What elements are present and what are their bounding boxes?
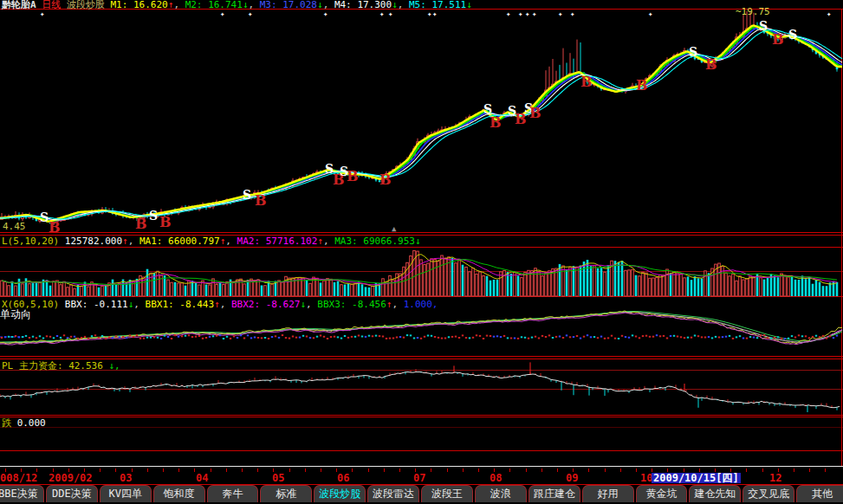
separator: , [173, 0, 185, 10]
date-tick [115, 468, 116, 472]
event-diamond-icon: ✦ [648, 10, 653, 18]
tab-标准[interactable]: 标准 [260, 485, 312, 502]
indicator-value: 66000.797 [168, 236, 220, 247]
buy-marker: B [159, 214, 172, 230]
strategy-label: 波段炒股 [67, 0, 105, 10]
buy-marker: B [347, 168, 359, 184]
separator: , [133, 299, 145, 310]
indicator-label: MA1: [139, 236, 168, 247]
date-label: 07 [413, 473, 425, 483]
indicator-value: 57716.102 [266, 236, 318, 247]
sell-marker: S [40, 210, 49, 224]
indicator-label: M3: [260, 0, 283, 10]
date-tick [526, 468, 527, 472]
indicator-value: -8.456 [352, 299, 386, 310]
date-tick [226, 468, 227, 472]
top-info-bar: 黔轮胎A 日线 波段炒股 M1: 16.620↑, M2: 16.741↓, M… [2, 0, 472, 10]
period-label[interactable]: 日线 [42, 0, 61, 10]
zlzj-indicator-row: PL 主力资金: 42.536 ↓, [2, 361, 120, 371]
chart-canvas[interactable]: SBBSBSBSBSBBSBSBSBBBSBSBS✦✦✦✦✦✦✦✦✦✦✦✦✦✦✦… [0, 0, 843, 504]
indicator-label: MA2: [237, 236, 266, 247]
trading-app-window: SBBSBSBSBSBBSBSBSBBBSBSBS✦✦✦✦✦✦✦✦✦✦✦✦✦✦✦… [0, 0, 843, 504]
down-arrow-icon: ↓ [415, 236, 421, 247]
tab-跟庄建仓[interactable]: 跟庄建仓 [528, 485, 580, 502]
date-tick [211, 468, 211, 472]
date-tick [399, 468, 400, 472]
buy-marker: B [705, 56, 717, 73]
tab-波段雷达[interactable]: 波段雷达 [367, 485, 419, 502]
separator: , [323, 0, 334, 10]
date-tick [321, 468, 321, 472]
tab-BBE决策[interactable]: BBE决策 [0, 485, 44, 502]
tab-黄金坑[interactable]: 黄金坑 [636, 485, 688, 502]
stock-name: 黔轮胎A [2, 0, 36, 10]
cursor-date-highlight: 2009/10/15[四] [652, 473, 741, 483]
tab-饱和度[interactable]: 饱和度 [153, 485, 205, 502]
peak-price-label: ~19.75 [736, 6, 770, 17]
date-tick [163, 468, 164, 472]
separator: , [392, 299, 403, 310]
event-diamond-icon: ✦ [558, 10, 563, 18]
indicator-label: BBX: [65, 299, 94, 310]
sell-marker: S [689, 45, 697, 59]
down-arrow-icon: ↓ [392, 0, 398, 10]
indicator-label: MA3: [334, 236, 363, 247]
event-diamond-icon: ✦ [388, 10, 393, 18]
date-axis: 008/122009/020304050607080910122009/10/1… [0, 467, 843, 484]
separator: , [398, 0, 409, 10]
date-label: 03 [120, 473, 132, 483]
tab-KV四单[interactable]: KV四单 [100, 485, 152, 502]
separator: , [128, 236, 139, 247]
up-arrow-icon: ↑ [214, 299, 220, 310]
indicator-label: M5: [409, 0, 432, 10]
event-diamond-icon: ✦ [40, 10, 45, 18]
volume-bars [1, 250, 839, 296]
date-tick [794, 468, 794, 472]
volume-indicator-row: L(5,10,20) 125782.000↑, MA1: 66000.797↑,… [2, 236, 421, 246]
tab-好用[interactable]: 好用 [582, 485, 634, 502]
separator: , [323, 236, 334, 247]
up-arrow-icon: ↑ [122, 236, 128, 247]
tab-波浪[interactable]: 波浪 [475, 485, 527, 502]
volume-param: L(5,10,20) [2, 236, 59, 247]
left-price-label: 4.45 [3, 221, 26, 232]
date-tick [605, 468, 606, 472]
tab-其他[interactable]: 其他 [796, 485, 843, 502]
tab-交叉见底[interactable]: 交叉见底 [742, 485, 794, 502]
date-tick [178, 468, 179, 472]
tab-波段炒股[interactable]: 波段炒股 [314, 485, 366, 502]
date-tick [447, 468, 448, 472]
buy-marker: B [255, 192, 267, 209]
date-tick [352, 468, 353, 472]
tab-波段王[interactable]: 波段王 [421, 485, 473, 502]
down-arrow-icon: ↓ [243, 0, 249, 10]
date-tick [431, 468, 431, 472]
indicator-value: 1.000, [404, 299, 438, 310]
separator: , [220, 299, 231, 310]
event-diamond-icon: ✦ [220, 10, 225, 18]
zlzj-value: 42.536 [68, 360, 103, 372]
tab-奔牛[interactable]: 奔牛 [207, 485, 259, 502]
date-label: 008/12 [0, 473, 37, 483]
event-diamond-icon: ✦ [379, 10, 385, 18]
date-tick [762, 468, 763, 472]
date-tick [100, 468, 101, 472]
bbx-signal-dashes [1, 334, 838, 339]
date-tick [825, 468, 826, 472]
date-tick [636, 468, 637, 472]
sell-marker: S [243, 188, 251, 202]
indicator-tab-bar: BBE决策DDE决策KV四单饱和度奔牛标准波段炒股波段雷达波段王波浪跟庄建仓好用… [0, 485, 843, 504]
date-tick [194, 468, 195, 472]
date-label: 08 [490, 473, 502, 483]
indicator-value: -8.443 [179, 299, 214, 310]
indicator-label: M1: [111, 0, 134, 10]
date-tick [147, 468, 148, 472]
date-tick [746, 468, 747, 472]
bbx-magenta-line [0, 313, 842, 345]
indicator-label: BBX3: [317, 299, 352, 310]
indicator-value: 69066.953 [363, 236, 415, 247]
tab-建仓先知[interactable]: 建仓先知 [689, 485, 741, 502]
tab-DDE决策[interactable]: DDE决策 [46, 485, 98, 502]
date-tick [478, 468, 479, 472]
scroll-position-indicator[interactable]: ▲ [392, 225, 396, 233]
